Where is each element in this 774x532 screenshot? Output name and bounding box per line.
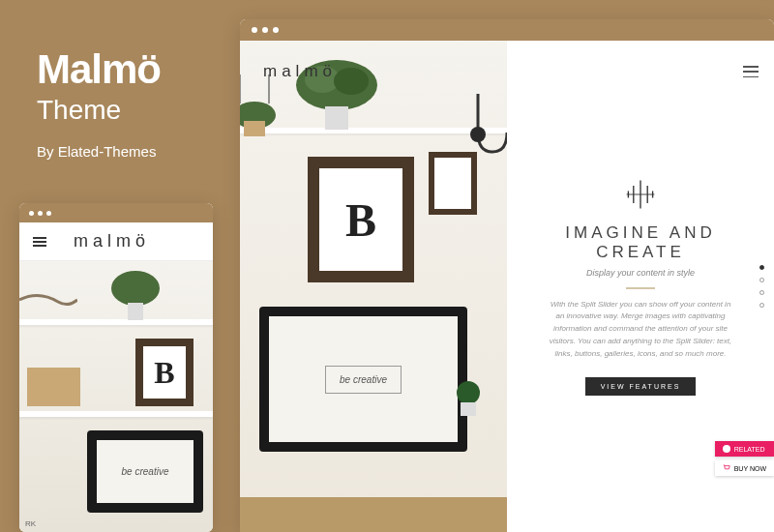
monitor-screen-text: be creative (97, 440, 194, 503)
side-badges: RELATED BUY NOW (715, 441, 774, 476)
svg-rect-10 (461, 402, 476, 416)
mobile-window-bar (19, 203, 213, 222)
title-block: Malmö Theme By Elated-Themes (37, 46, 161, 160)
mobile-header: malmö (19, 222, 213, 261)
frame-b: B (135, 339, 194, 406)
svg-rect-5 (325, 106, 348, 130)
slide-dot-2[interactable] (759, 278, 764, 282)
monitor: be creative (87, 430, 203, 513)
desk-surface (240, 497, 507, 532)
svg-point-9 (457, 381, 480, 404)
plant-icon (106, 269, 164, 322)
divider (626, 287, 655, 289)
small-frame (429, 152, 477, 215)
desktop-preview: malmö B be (240, 19, 774, 532)
related-icon (723, 445, 730, 453)
split-subheading: Display your content in style (586, 268, 695, 278)
cactus-icon (449, 379, 488, 418)
slide-dot-3[interactable] (759, 290, 764, 295)
hamburger-icon[interactable] (743, 66, 759, 77)
slide-dot-4[interactable] (759, 303, 764, 308)
frame-b: B (308, 157, 414, 282)
split-left-image: B be creative (240, 41, 507, 532)
desktop-logo[interactable]: malmö (263, 62, 337, 81)
branch-icon (19, 281, 77, 324)
hamburger-icon[interactable] (33, 237, 46, 247)
svg-rect-7 (244, 121, 265, 136)
hanging-plant-icon (240, 74, 288, 147)
svg-point-0 (111, 271, 160, 306)
slide-dot-1[interactable] (759, 265, 764, 270)
theme-author: By Elated-Themes (37, 143, 161, 160)
svg-rect-1 (128, 303, 143, 320)
mobile-logo: malmö (74, 231, 150, 251)
wood-crate (27, 368, 80, 406)
split-heading: IMAGINE AND CREATE (534, 223, 747, 262)
related-badge[interactable]: RELATED (715, 441, 774, 457)
mobile-hero-image: B be creative RK (19, 261, 213, 532)
svg-point-8 (470, 127, 486, 142)
crest-icon (623, 177, 658, 212)
theme-name: Malmö (37, 46, 161, 93)
desktop-window-bar (240, 19, 774, 41)
cart-icon (723, 464, 730, 472)
svg-point-4 (334, 68, 369, 95)
split-body-text: With the Split Slider you can show off y… (534, 299, 747, 361)
monitor-screen-text: be creative (269, 316, 458, 442)
mobile-preview: malmö B be creative RK (19, 203, 213, 532)
theme-label: Theme (37, 95, 161, 126)
buy-now-badge[interactable]: BUY NOW (715, 460, 774, 476)
related-label: RELATED (734, 446, 765, 453)
view-features-button[interactable]: VIEW FEATURES (585, 377, 697, 396)
slide-indicator[interactable] (759, 265, 764, 308)
monitor: be creative (259, 307, 467, 452)
mobile-corner-text: RK (25, 519, 36, 528)
buy-now-label: BUY NOW (734, 465, 766, 472)
